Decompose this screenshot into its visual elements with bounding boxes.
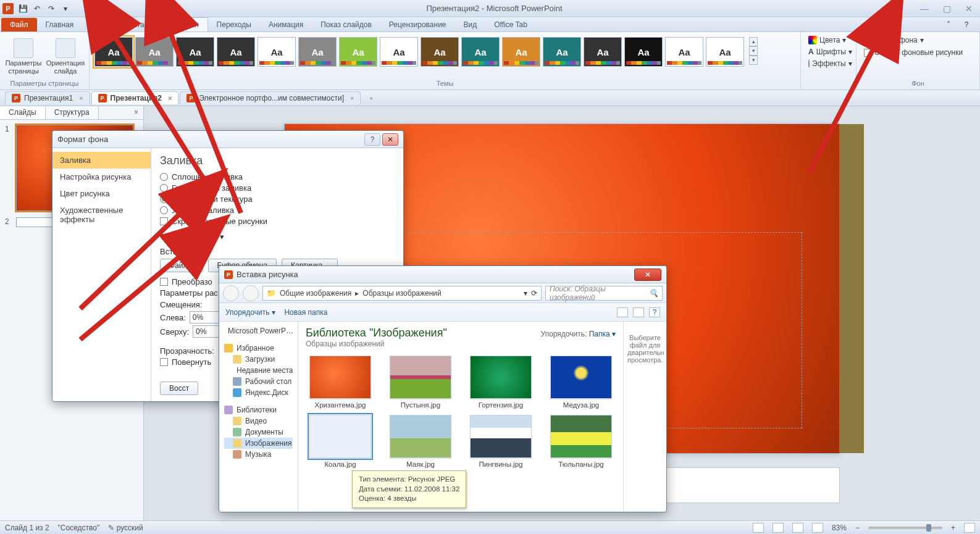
- theme-thumb-5[interactable]: Aa: [258, 37, 296, 67]
- side-tab-outline[interactable]: Структура: [46, 106, 99, 119]
- dialog-close-icon[interactable]: ✕: [382, 133, 398, 146]
- breadcrumb-2[interactable]: Образцы изображений: [362, 289, 441, 298]
- texture-dropdown[interactable]: [199, 230, 216, 243]
- preview-toggle-icon[interactable]: [633, 307, 644, 317]
- view-mode-dropdown[interactable]: [617, 307, 628, 317]
- view-slideshow-icon[interactable]: [812, 523, 823, 533]
- window-restore-icon[interactable]: ▢: [938, 2, 955, 15]
- address-bar[interactable]: 📁 Общие изображения ▸ Образцы изображени…: [262, 286, 542, 301]
- theme-thumb-10[interactable]: Aa: [461, 37, 500, 67]
- insert-from-file-button[interactable]: Файл...: [160, 259, 203, 272]
- theme-thumb-11[interactable]: Aa: [502, 37, 540, 67]
- search-input[interactable]: Поиск: Образцы изображений 🔍: [545, 286, 663, 301]
- theme-thumb-15[interactable]: Aa: [665, 37, 703, 67]
- dialog-close-icon[interactable]: ✕: [634, 269, 661, 281]
- tab-office-tab[interactable]: Office Tab: [485, 18, 536, 31]
- file-penguins[interactable]: Пингвины.jpg: [466, 415, 535, 468]
- fit-slide-icon[interactable]: [964, 523, 975, 533]
- nav-forward-button[interactable]: [243, 285, 259, 301]
- zoom-slider[interactable]: [868, 527, 942, 529]
- organize-dropdown[interactable]: Упорядочить ▾: [225, 308, 275, 317]
- tab-slideshow[interactable]: Показ слайдов: [312, 18, 380, 31]
- theme-thumb-8[interactable]: Aa: [380, 37, 418, 67]
- window-minimize-icon[interactable]: —: [916, 2, 933, 15]
- effects-dropdown[interactable]: Эффекты ▾: [805, 58, 852, 69]
- nav-back-button[interactable]: [223, 285, 239, 301]
- tree-libraries[interactable]: Библиотеки: [224, 404, 293, 415]
- tree-documents[interactable]: Документы: [224, 427, 293, 438]
- new-doc-tab-icon[interactable]: ▫: [364, 91, 378, 105]
- tree-music[interactable]: Музыка: [224, 449, 293, 460]
- tree-recent[interactable]: Недавние места: [224, 365, 293, 376]
- file-koala[interactable]: Коала.jpg: [306, 415, 375, 468]
- theme-thumb-6[interactable]: Aa: [298, 37, 337, 67]
- fonts-dropdown[interactable]: AШрифты ▾: [805, 46, 852, 57]
- theme-thumb-1[interactable]: Aa: [94, 37, 133, 67]
- tab-animation[interactable]: Анимация: [260, 18, 312, 31]
- close-icon[interactable]: ×: [79, 94, 83, 102]
- file-chrysanthemum[interactable]: Хризантема.jpg: [306, 356, 375, 409]
- zoom-in-icon[interactable]: +: [951, 524, 955, 532]
- tree-downloads[interactable]: Загрузки: [224, 354, 293, 365]
- ribbon-help-icon[interactable]: ?: [960, 18, 973, 31]
- chevron-down-icon[interactable]: ▾: [524, 289, 527, 298]
- side-panel-close-icon[interactable]: ×: [129, 106, 143, 119]
- tab-design[interactable]: Дизайн: [164, 17, 207, 31]
- qat-customize-icon[interactable]: ▾: [59, 2, 72, 15]
- refresh-icon[interactable]: ⟳: [531, 289, 537, 298]
- dialog-titlebar[interactable]: Формат фона ? ✕: [52, 131, 403, 148]
- zoom-out-icon[interactable]: −: [855, 524, 860, 532]
- theme-thumb-2[interactable]: Aa: [135, 37, 174, 67]
- theme-thumb-14[interactable]: Aa: [624, 37, 663, 67]
- tab-menu[interactable]: Меню: [82, 18, 119, 31]
- theme-thumb-3[interactable]: Aa: [176, 37, 214, 67]
- close-icon[interactable]: ×: [350, 94, 354, 102]
- file-tulips[interactable]: Тюльпаны.jpg: [547, 415, 616, 468]
- tab-home[interactable]: Главная: [37, 18, 83, 31]
- themes-more-icon[interactable]: ▾: [749, 56, 758, 65]
- file-hydrangeas[interactable]: Гортензия.jpg: [466, 356, 535, 409]
- tab-transitions[interactable]: Переходы: [208, 18, 260, 31]
- tab-view[interactable]: Вид: [455, 18, 486, 31]
- view-reading-icon[interactable]: [792, 523, 803, 533]
- status-lang[interactable]: ✎ русский: [108, 524, 143, 532]
- themes-scroll-down-icon[interactable]: ▾: [749, 46, 758, 56]
- offset-left-spinner[interactable]: 0%: [190, 311, 223, 323]
- orientation-button[interactable]: Ориентация слайда: [46, 35, 85, 78]
- folder-tree[interactable]: Microsoft PowerP… Избранное Загрузки Нед…: [219, 322, 298, 512]
- reset-bg-button[interactable]: Восст: [160, 382, 198, 395]
- colors-dropdown[interactable]: Цвета ▾: [805, 35, 852, 46]
- ribbon-minimize-icon[interactable]: ˄: [942, 18, 955, 31]
- tree-favorites[interactable]: Избранное: [224, 343, 293, 354]
- nav-picture-corrections[interactable]: Настройка рисунка: [52, 169, 151, 185]
- explorer-help-icon[interactable]: ?: [649, 307, 660, 317]
- tree-desktop[interactable]: Рабочий стол: [224, 376, 293, 387]
- theme-thumb-4[interactable]: Aa: [217, 37, 255, 67]
- dialog-help-icon[interactable]: ?: [364, 133, 380, 146]
- hide-bg-checkbox[interactable]: Скрыть фоновые рисунки: [860, 47, 976, 58]
- doc-tab-1[interactable]: PПрезентация1×: [5, 91, 90, 104]
- nav-artistic-effects[interactable]: Художественные эффекты: [52, 202, 151, 228]
- chevron-down-icon[interactable]: ▾: [220, 232, 224, 241]
- tree-yandex-disk[interactable]: Яндекс.Диск: [224, 387, 293, 398]
- view-normal-icon[interactable]: [753, 523, 764, 533]
- view-sorter-icon[interactable]: [773, 523, 784, 533]
- theme-thumb-16[interactable]: Aa: [706, 37, 744, 67]
- nav-picture-color[interactable]: Цвет рисунка: [52, 185, 151, 202]
- new-folder-button[interactable]: Новая папка: [284, 308, 327, 317]
- theme-thumb-9[interactable]: Aa: [421, 37, 459, 67]
- tab-insert[interactable]: Вставка: [120, 18, 165, 31]
- file-jellyfish[interactable]: Медуза.jpg: [547, 356, 616, 409]
- theme-thumb-13[interactable]: Aa: [584, 37, 622, 67]
- tab-review[interactable]: Рецензирование: [380, 18, 455, 31]
- qat-save-icon[interactable]: 💾: [16, 2, 30, 15]
- bg-styles-dropdown[interactable]: 🪣Стили фона ▾: [860, 35, 976, 46]
- hide-bg-graphics-checkbox[interactable]: Скрыть фоновые рисунки: [160, 217, 395, 226]
- close-icon[interactable]: ×: [168, 94, 172, 102]
- side-tab-slides[interactable]: Слайды: [0, 106, 46, 119]
- file-desert[interactable]: Пустыня.jpg: [386, 356, 455, 409]
- doc-tab-2[interactable]: PПрезентация2×: [91, 91, 179, 104]
- qat-undo-icon[interactable]: ↶: [30, 2, 44, 15]
- radio-pattern-fill[interactable]: Узорная заливка: [160, 206, 395, 215]
- sort-dropdown[interactable]: Папка ▾: [589, 330, 616, 338]
